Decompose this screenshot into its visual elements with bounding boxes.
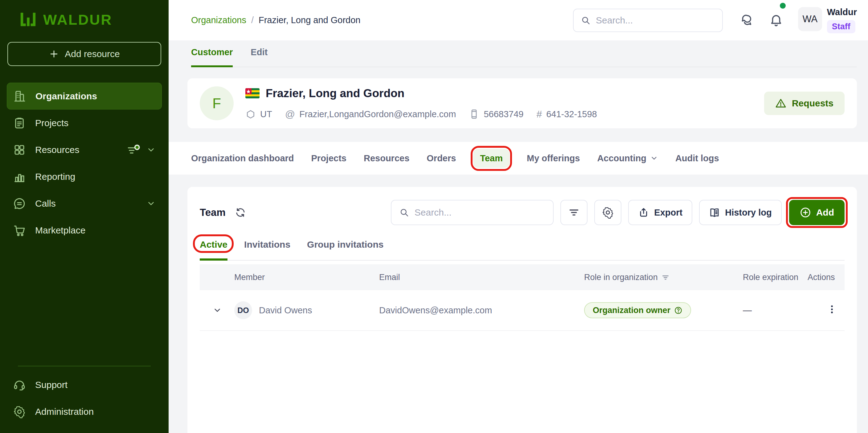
sidebar-item-projects[interactable]: Projects [7, 110, 162, 136]
add-resource-button[interactable]: Add resource [7, 42, 161, 66]
add-resource-label: Add resource [65, 49, 120, 59]
member-column-header: Member [234, 272, 379, 282]
org-tab-my-offerings[interactable]: My offerings [527, 153, 580, 164]
notifications-button[interactable] [769, 13, 783, 27]
user-menu[interactable]: WA Waldur Staff [798, 7, 857, 33]
team-search-input[interactable] [414, 207, 545, 218]
organization-details: UT @ Frazier,LongandGordon@example.com 5… [245, 109, 597, 120]
sidebar-menu: Organizations Projects Resources Reporti… [0, 83, 168, 243]
refresh-button[interactable] [235, 207, 246, 218]
content: Customer Edit F Frazier, Long and Gordon [168, 40, 868, 433]
waldur-logo-icon [19, 10, 37, 28]
refresh-icon [235, 207, 246, 218]
filter-lines-icon [568, 207, 580, 218]
sidebar-item-marketplace[interactable]: Marketplace [7, 217, 162, 243]
dots-vertical-icon [827, 304, 837, 315]
column-filter-icon [661, 273, 670, 281]
add-member-label: Add [816, 207, 834, 218]
team-tab-active[interactable]: Active [200, 239, 227, 261]
tab-edit[interactable]: Edit [251, 47, 268, 67]
breadcrumb-organizations-link[interactable]: Organizations [191, 15, 246, 25]
filter-button[interactable] [560, 200, 588, 225]
history-book-icon [709, 207, 720, 218]
plus-icon [49, 49, 59, 59]
global-search [573, 9, 723, 32]
sidebar-item-label: Organizations [35, 91, 97, 102]
role-column-header[interactable]: Role in organization [584, 272, 743, 282]
sidebar-item-label: Resources [35, 145, 79, 155]
sidebar-item-calls[interactable]: Calls [7, 190, 162, 217]
row-expander[interactable] [200, 306, 234, 315]
sidebar-item-organizations[interactable]: Organizations [7, 83, 162, 110]
org-tab-team[interactable]: Team [473, 149, 509, 168]
team-title: Team [200, 207, 226, 218]
org-tab-projects[interactable]: Projects [311, 153, 346, 164]
sidebar-item-support[interactable]: Support [7, 371, 162, 398]
org-tab-orders[interactable]: Orders [427, 153, 456, 164]
online-dot [780, 3, 786, 9]
add-button-wrap: Add [789, 200, 844, 225]
messages-button[interactable] [739, 13, 753, 27]
org-tab-accounting[interactable]: Accounting [597, 153, 658, 164]
org-tab-dashboard[interactable]: Organization dashboard [191, 153, 294, 164]
breadcrumb-separator: / [251, 15, 254, 25]
staff-badge: Staff [827, 20, 855, 33]
search-icon [581, 15, 590, 26]
team-header: Team Export [200, 187, 844, 225]
row-actions-button[interactable] [808, 304, 837, 315]
team-search [391, 200, 554, 225]
filter-active-icon[interactable] [126, 144, 141, 156]
topbar: Organizations / Frazier, Long and Gordon… [168, 0, 868, 40]
page-tabs: Customer Edit [191, 47, 857, 67]
sidebar-item-reporting[interactable]: Reporting [7, 163, 162, 190]
actions-column-header: Actions [808, 272, 844, 282]
table-header: Member Email Role in organization Role e… [200, 264, 844, 290]
sidebar-item-label: Administration [35, 406, 94, 417]
sidebar-item-label: Support [35, 380, 67, 390]
registration-detail: # 641-32-1598 [536, 109, 597, 120]
member-name: David Owens [259, 305, 312, 316]
org-tab-audit-logs[interactable]: Audit logs [675, 153, 719, 164]
sidebar-item-administration[interactable]: Administration [7, 398, 162, 425]
chevron-down-icon[interactable] [147, 199, 156, 208]
tab-customer[interactable]: Customer [191, 47, 233, 67]
breadcrumb: Organizations / Frazier, Long and Gordon [191, 15, 360, 25]
sidebar-item-resources[interactable]: Resources [7, 136, 162, 163]
export-icon [638, 207, 649, 218]
member-avatar: DO [234, 301, 252, 319]
team-tab-invitations[interactable]: Invitations [244, 239, 290, 260]
role-badge[interactable]: Organization owner [584, 302, 691, 318]
add-member-button[interactable]: Add [789, 200, 844, 225]
member-cell[interactable]: DO David Owens [234, 301, 379, 319]
speech-bubble-icon [13, 197, 26, 210]
clipboard-icon [13, 117, 26, 129]
history-log-button[interactable]: History log [699, 200, 781, 225]
requests-label: Requests [792, 98, 834, 109]
organization-avatar: F [200, 86, 234, 120]
sidebar-spacer [0, 243, 168, 366]
at-icon: @ [285, 109, 295, 120]
team-tab-group-invitations[interactable]: Group invitations [307, 239, 383, 260]
plus-circle-icon [800, 207, 811, 218]
email-column-header: Email [379, 272, 584, 282]
email-detail: @ Frazier,LongandGordon@example.com [285, 109, 456, 120]
bell-icon [769, 13, 783, 27]
role-cell: Organization owner [584, 302, 743, 318]
organization-nav-tabs: Organization dashboard Projects Resource… [168, 142, 868, 175]
sidebar: WALDUR Add resource Organizations Projec… [0, 0, 168, 433]
org-tab-team-label: Team [480, 153, 503, 164]
logo[interactable]: WALDUR [0, 0, 168, 28]
hexagon-icon [245, 109, 256, 119]
email-value: Frazier,LongandGordon@example.com [299, 109, 456, 119]
phone-value: 56683749 [484, 109, 523, 119]
table-settings-button[interactable] [594, 200, 621, 225]
requests-button[interactable]: Requests [764, 92, 844, 115]
chevron-down-icon[interactable] [147, 145, 156, 154]
breadcrumb-current: Frazier, Long and Gordon [258, 15, 360, 25]
export-button[interactable]: Export [628, 200, 692, 225]
global-search-input[interactable] [596, 15, 715, 26]
actions-cell [808, 304, 844, 317]
organization-card: F Frazier, Long and Gordon [187, 78, 857, 128]
warning-triangle-icon [775, 98, 786, 109]
org-tab-resources[interactable]: Resources [364, 153, 409, 164]
